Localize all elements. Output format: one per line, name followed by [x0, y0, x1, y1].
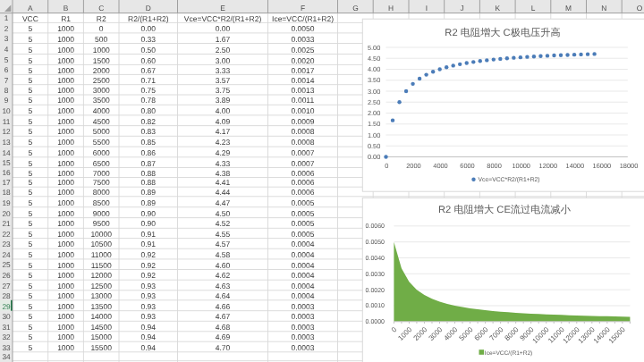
svg-text:1000: 1000 [57, 56, 74, 65]
svg-text:0.0004: 0.0004 [292, 240, 315, 248]
svg-text:1000: 1000 [57, 106, 74, 115]
svg-text:5: 5 [29, 219, 33, 228]
svg-text:5: 5 [29, 312, 33, 321]
svg-text:15: 15 [2, 158, 11, 167]
svg-text:M: M [565, 4, 572, 13]
svg-text:0.89: 0.89 [141, 188, 157, 197]
svg-text:29: 29 [2, 302, 11, 311]
svg-text:4.64: 4.64 [216, 291, 231, 300]
svg-text:2000: 2000 [93, 66, 110, 75]
svg-text:5: 5 [29, 323, 33, 332]
svg-text:5: 5 [29, 198, 33, 207]
svg-text:5: 5 [29, 159, 33, 168]
svg-text:1000: 1000 [57, 117, 74, 126]
svg-text:4.00: 4.00 [368, 65, 380, 73]
svg-text:0.60: 0.60 [141, 56, 157, 65]
svg-text:5: 5 [29, 250, 33, 259]
svg-text:4.63: 4.63 [216, 282, 231, 290]
svg-text:5: 5 [29, 282, 33, 290]
svg-text:4.70: 4.70 [216, 343, 231, 352]
svg-text:9500: 9500 [93, 219, 110, 228]
svg-text:3.57: 3.57 [216, 76, 231, 85]
svg-text:6000: 6000 [93, 148, 110, 157]
svg-text:4.29: 4.29 [216, 148, 231, 157]
svg-text:33: 33 [2, 343, 11, 352]
svg-text:5: 5 [29, 35, 33, 44]
svg-text:1000: 1000 [57, 46, 74, 55]
svg-text:D: D [146, 4, 151, 13]
svg-text:4.47: 4.47 [216, 198, 231, 207]
svg-text:0.50: 0.50 [368, 142, 380, 150]
svg-text:4.67: 4.67 [216, 312, 231, 321]
svg-text:28: 28 [2, 291, 11, 300]
svg-text:1000: 1000 [57, 127, 74, 136]
svg-text:13500: 13500 [90, 302, 112, 311]
svg-text:4.55: 4.55 [216, 230, 231, 239]
svg-text:0.0060: 0.0060 [366, 223, 386, 230]
svg-text:R2 电阻增大 CE流过电流减小: R2 电阻增大 CE流过电流减小 [438, 204, 572, 215]
svg-text:1000: 1000 [57, 169, 74, 178]
svg-text:0.0017: 0.0017 [292, 66, 315, 75]
svg-text:13000: 13000 [90, 291, 112, 300]
svg-text:R1: R1 [61, 14, 71, 23]
svg-text:4.23: 4.23 [216, 138, 231, 147]
svg-text:32: 32 [2, 333, 11, 341]
svg-text:6000: 6000 [460, 162, 474, 170]
svg-text:17: 17 [2, 178, 11, 187]
svg-text:1.00: 1.00 [368, 131, 380, 139]
svg-text:0.0050: 0.0050 [366, 240, 386, 246]
svg-text:0.0005: 0.0005 [292, 209, 315, 218]
svg-text:0.50: 0.50 [141, 46, 157, 55]
svg-text:12000: 12000 [90, 271, 112, 280]
svg-text:11: 11 [3, 117, 11, 126]
svg-text:14000: 14000 [90, 312, 112, 321]
svg-text:0.0050: 0.0050 [292, 24, 315, 33]
svg-text:0.0005: 0.0005 [292, 230, 315, 239]
svg-text:2000: 2000 [406, 162, 420, 170]
svg-text:1000: 1000 [57, 24, 74, 33]
svg-text:0.0003: 0.0003 [292, 302, 315, 311]
svg-text:14: 14 [2, 148, 11, 157]
svg-text:0.00: 0.00 [141, 24, 157, 33]
svg-text:R2/(R1+R2): R2/(R1+R2) [128, 14, 169, 23]
svg-text:4.44: 4.44 [216, 188, 231, 197]
svg-text:0.75: 0.75 [141, 86, 157, 95]
svg-text:5: 5 [29, 178, 33, 187]
svg-text:0.0007: 0.0007 [292, 148, 315, 157]
svg-text:5: 5 [29, 86, 33, 95]
svg-text:12000: 12000 [539, 162, 558, 170]
svg-text:8: 8 [4, 86, 9, 95]
svg-text:27: 27 [2, 282, 11, 290]
svg-text:5: 5 [29, 66, 33, 75]
svg-text:C: C [98, 4, 104, 13]
svg-text:10: 10 [2, 106, 11, 115]
svg-text:5: 5 [29, 106, 33, 115]
svg-text:4.33: 4.33 [216, 159, 231, 168]
svg-text:4: 4 [4, 45, 9, 54]
svg-text:1000: 1000 [57, 250, 74, 259]
svg-text:0.0006: 0.0006 [292, 188, 315, 197]
svg-text:5: 5 [29, 261, 33, 270]
svg-text:5: 5 [4, 55, 9, 64]
svg-text:11000: 11000 [91, 250, 112, 259]
svg-text:B: B [64, 4, 69, 13]
svg-text:4.62: 4.62 [216, 271, 231, 280]
svg-text:0.0004: 0.0004 [292, 291, 315, 300]
svg-text:5: 5 [29, 230, 33, 239]
svg-text:5500: 5500 [93, 138, 110, 147]
svg-text:4.57: 4.57 [216, 240, 231, 248]
svg-text:0.93: 0.93 [141, 282, 157, 290]
svg-text:10000: 10000 [90, 230, 112, 239]
svg-text:2.50: 2.50 [368, 98, 380, 106]
svg-text:30: 30 [2, 312, 11, 321]
svg-text:3000: 3000 [93, 86, 110, 95]
svg-text:0.92: 0.92 [141, 261, 157, 270]
svg-text:1000: 1000 [57, 282, 74, 290]
svg-text:0.89: 0.89 [141, 198, 157, 207]
svg-text:0.0033: 0.0033 [292, 35, 315, 44]
svg-text:12: 12 [2, 127, 11, 136]
svg-text:0.0010: 0.0010 [366, 303, 386, 309]
svg-text:L: L [531, 4, 536, 13]
svg-text:1000: 1000 [57, 302, 74, 311]
svg-text:1000: 1000 [57, 333, 74, 341]
